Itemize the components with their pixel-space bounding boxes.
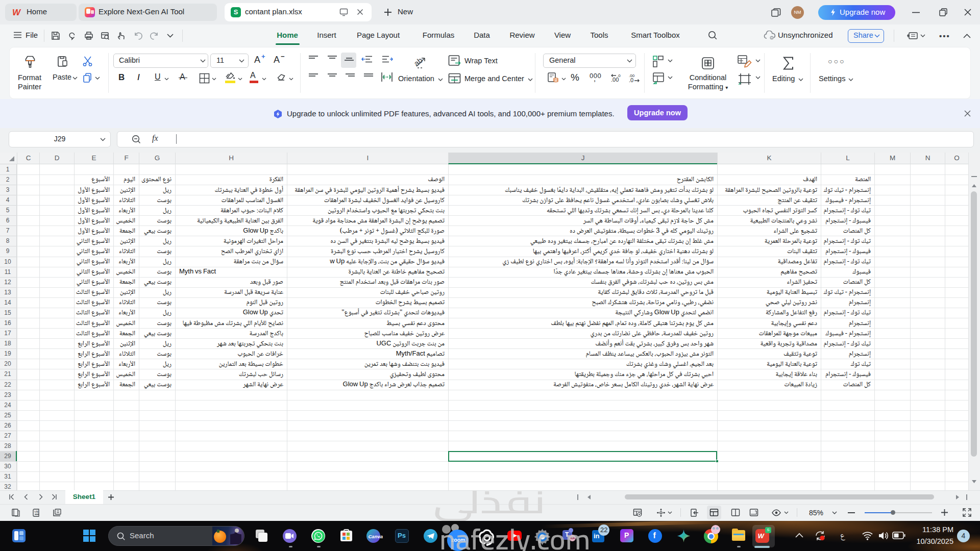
svg-text:ab: ab [412, 56, 424, 68]
svg-text:.0: .0 [617, 73, 621, 78]
svg-text:.0: .0 [629, 77, 633, 83]
svg-text:VB: VB [34, 510, 38, 513]
